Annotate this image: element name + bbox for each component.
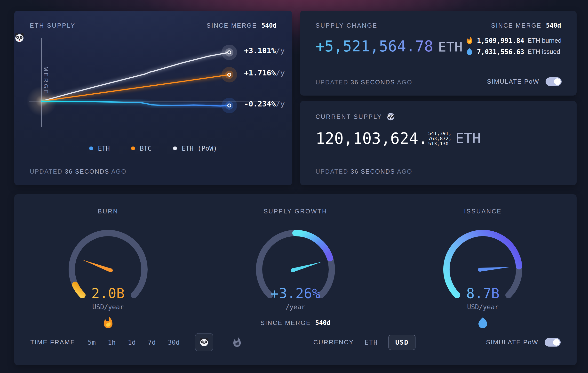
decimal-line-3: 513,130: [428, 141, 451, 146]
card-title: SUPPLY CHANGE: [315, 22, 378, 29]
pow-endpoint: [221, 45, 237, 60]
since-merge-value: 540d: [261, 22, 277, 29]
current-supply-title-group: CURRENT SUPPLY: [315, 112, 395, 121]
fire-icon: [102, 316, 115, 329]
pow-legend-dot: [173, 147, 177, 150]
issued-value: 7,031,556.63: [477, 48, 524, 55]
since-merge: SINCE MERGE 540d: [207, 22, 277, 29]
panda-icon: [14, 32, 24, 43]
btc-legend-dot: [131, 147, 135, 150]
since-merge-label: SINCE MERGE: [261, 320, 311, 326]
btc-rate-suffix: /y: [276, 68, 285, 77]
time-frame-options: 5m 1h 1d 7d 30d: [88, 339, 180, 346]
updated-value: 36 SECONDS: [65, 168, 109, 175]
supply-growth-since-merge: SINCE MERGE 540d: [261, 316, 331, 330]
legend-item-eth-pow[interactable]: ETH (PoW): [173, 145, 217, 152]
burn-gauge: BURN 2.0B USD/year: [14, 208, 202, 330]
since-merge-label: SINCE MERGE: [491, 22, 541, 29]
burn-issue-breakdown: 1,509,991.84 ETH burned 7,031,556.63 ETH…: [465, 36, 562, 56]
issued-label: ETH issued: [528, 48, 560, 55]
current-supply-header: CURRENT SUPPLY: [300, 101, 577, 121]
current-supply-card: CURRENT SUPPLY 120,103,624.: [300, 101, 577, 185]
issuance-gauge-title: ISSUANCE: [464, 208, 502, 215]
issuance-gauge-unit: USD/year: [467, 303, 499, 311]
gauge-needle: [478, 267, 511, 272]
current-supply-unit: ETH: [455, 130, 481, 147]
panda-icon: [199, 337, 209, 347]
supply-growth-gauge-title: SUPPLY GROWTH: [264, 208, 327, 215]
current-supply-decimals: 541,391, 763,872, 513,130: [428, 131, 451, 146]
updated-value: 36 SECONDS: [351, 168, 395, 175]
top-row: ETH SUPPLY SINCE MERGE 540d: [14, 11, 577, 185]
updated-status: UPDATED 36 SECONDS AGO: [300, 168, 577, 185]
updated-status: UPDATED 36 SECONDS AGO: [14, 168, 292, 185]
currency-eth-option[interactable]: ETH: [365, 339, 378, 346]
issuance-gauge: ISSUANCE 8.7B USD/year: [389, 208, 577, 330]
eth-rate-suffix: /y: [276, 99, 285, 108]
simulate-pow-toggle[interactable]: [546, 77, 562, 86]
currency-label: CURRENCY: [313, 339, 354, 346]
currency-group: CURRENCY ETH USD: [313, 335, 415, 350]
ultrasound-dashboard: ETH SUPPLY SINCE MERGE 540d: [0, 0, 588, 373]
updated-value: 36 SECONDS: [351, 79, 395, 85]
burned-value: 1,509,991.84: [477, 37, 524, 44]
pow-legend-label: ETH (PoW): [182, 145, 217, 152]
since-merge-label: SINCE MERGE: [207, 22, 257, 29]
btc-legend-label: BTC: [140, 145, 152, 152]
legend-item-eth[interactable]: ETH: [89, 145, 110, 152]
card-title: ETH SUPPLY: [30, 22, 76, 29]
time-frame-30d[interactable]: 30d: [168, 339, 180, 346]
toggle-knob: [553, 339, 560, 346]
updated-suffix: AGO: [397, 79, 412, 85]
supply-chart: MERGE +3.101%/y +1.716%/y -0.234%/y: [14, 32, 292, 141]
since-merge-timeframe-button[interactable]: [195, 333, 213, 351]
burn-gauge-icon-slot: [102, 316, 115, 330]
supply-change-amount: +5,521,564.78 ETH: [315, 37, 462, 55]
gauge-progress: [75, 285, 82, 295]
supply-growth-gauge-value: +3.26%: [271, 286, 320, 301]
legend-item-btc[interactable]: BTC: [131, 145, 152, 152]
issued-row: 7,031,556.63 ETH issued: [465, 48, 562, 56]
updated-label: UPDATED: [30, 168, 63, 175]
burn-gauge-value: 2.0B: [91, 286, 125, 301]
gauge-needle: [291, 262, 322, 272]
eth-rate-label: -0.234%/y: [244, 99, 285, 108]
time-frame-label: TIME FRAME: [30, 339, 75, 346]
eth-legend-dot: [89, 147, 93, 150]
since-merge-value: 540d: [546, 22, 561, 29]
time-frame-1h[interactable]: 1h: [108, 339, 116, 346]
burned-label: ETH burned: [528, 37, 562, 44]
gauges-card: BURN 2.0B USD/year: [14, 194, 577, 365]
nerd-face-icon: [386, 112, 395, 121]
supply-change-card: SUPPLY CHANGE SINCE MERGE 540d +5,521,56…: [300, 11, 577, 96]
supply-change-number: +5,521,564.78: [315, 37, 433, 55]
supply-change-footer: UPDATED 36 SECONDS AGO SIMULATE PoW: [300, 77, 577, 96]
chart-legend: ETH BTC ETH (PoW): [14, 145, 292, 152]
eth-supply-header: ETH SUPPLY SINCE MERGE 540d: [14, 11, 292, 29]
time-frame-5m[interactable]: 5m: [88, 339, 96, 346]
merge-axis-label: MERGE: [42, 66, 49, 95]
time-frame-1d[interactable]: 1d: [128, 339, 136, 346]
gauge-needle: [82, 260, 113, 273]
burn-gauge-unit: USD/year: [92, 303, 124, 311]
since-merge: SINCE MERGE 540d: [491, 22, 561, 29]
btc-rate-label: +1.716%/y: [244, 68, 285, 77]
updated-label: UPDATED: [315, 79, 348, 85]
burn-gauge-title: BURN: [98, 208, 118, 215]
btc-line: [42, 75, 229, 101]
updated-status: UPDATED 36 SECONDS AGO: [315, 79, 412, 86]
supply-growth-gauge: SUPPLY GROWTH +3.26% /year: [202, 208, 389, 330]
burned-row: 1,509,991.84 ETH burned: [465, 36, 562, 45]
current-supply-main: 120,103,624. 541,391, 763,872, 513,130 E…: [300, 129, 577, 148]
card-title: CURRENT SUPPLY: [315, 113, 382, 120]
currency-usd-button[interactable]: USD: [388, 335, 415, 350]
supply-change-header: SUPPLY CHANGE SINCE MERGE 540d: [300, 11, 577, 29]
since-merge-value: 540d: [315, 319, 331, 326]
time-frame-7d[interactable]: 7d: [148, 339, 156, 346]
simulate-pow-control: SIMULATE PoW: [486, 338, 561, 347]
btc-rate-value: +1.716%: [244, 68, 276, 77]
simulate-pow-toggle[interactable]: [545, 338, 561, 347]
current-supply-number: 120,103,624.: [315, 129, 428, 148]
flame-timeframe-icon[interactable]: [231, 337, 243, 348]
eth-rate-value: -0.234%: [244, 99, 276, 108]
